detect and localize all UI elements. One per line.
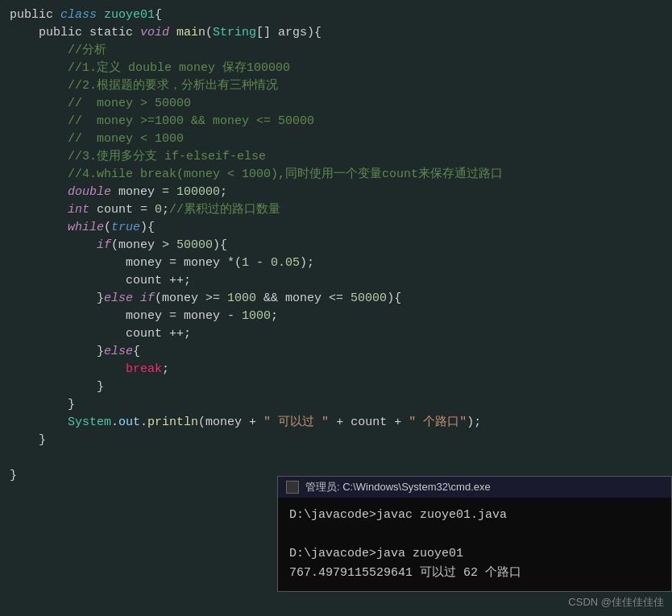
- code-line-11: double money = 100000;: [0, 184, 672, 201]
- code-line-3: //分析: [0, 42, 672, 60]
- code-line-26: [0, 449, 672, 467]
- terminal-line-4: 767.4979115529641 可以过 62 个路口: [289, 564, 660, 583]
- code-line-14: if(money > 50000){: [0, 237, 672, 254]
- code-line-6: // money > 50000: [0, 95, 672, 113]
- code-line-13: while(true){: [0, 219, 672, 237]
- code-line-2: public static void main(String[] args){: [0, 24, 672, 42]
- code-line-12: int count = 0;//累积过的路口数量: [0, 201, 672, 219]
- code-line-17: }else if(money >= 1000 && money <= 50000…: [0, 290, 672, 308]
- terminal-titlebar: 管理员: C:\Windows\System32\cmd.exe: [278, 477, 671, 498]
- terminal-line-3: D:\javacode>java zuoye01: [289, 544, 660, 564]
- terminal-title: 管理员: C:\Windows\System32\cmd.exe: [305, 480, 491, 494]
- code-line-21: break;: [0, 361, 672, 378]
- code-line-5: //2.根据题的要求，分析出有三种情况: [0, 77, 672, 95]
- watermark: CSDN @佳佳佳佳佳: [568, 595, 664, 610]
- code-line-10: //4.while break(money < 1000),同时使用一个变量co…: [0, 166, 672, 184]
- code-line-22: }: [0, 378, 672, 396]
- code-line-4: //1.定义 double money 保存100000: [0, 60, 672, 77]
- terminal-line-2: [289, 525, 660, 544]
- code-line-7: // money >=1000 && money <= 50000: [0, 113, 672, 130]
- code-line-25: }: [0, 432, 672, 449]
- terminal-window: 管理员: C:\Windows\System32\cmd.exe D:\java…: [277, 476, 672, 592]
- code-line-16: count ++;: [0, 272, 672, 290]
- terminal-line-1: D:\javacode>javac zuoye01.java: [289, 506, 660, 525]
- code-line-24: System.out.println(money + " 可以过 " + cou…: [0, 414, 672, 432]
- terminal-icon: [286, 481, 299, 494]
- code-line-19: count ++;: [0, 325, 672, 343]
- code-line-15: money = money *(1 - 0.05);: [0, 254, 672, 272]
- code-line-9: //3.使用多分支 if-elseif-else: [0, 148, 672, 166]
- code-line-8: // money < 1000: [0, 130, 672, 148]
- code-line-18: money = money - 1000;: [0, 308, 672, 325]
- terminal-body: D:\javacode>javac zuoye01.java D:\javaco…: [278, 498, 671, 591]
- code-line-1: public class zuoye01{: [0, 6, 672, 24]
- code-line-23: }: [0, 396, 672, 414]
- code-line-20: }else{: [0, 343, 672, 361]
